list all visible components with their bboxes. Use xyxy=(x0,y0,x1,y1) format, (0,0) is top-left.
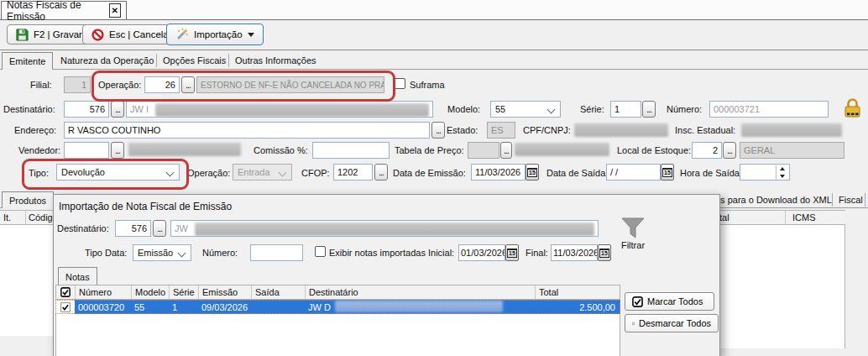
desmarcar-todos-button[interactable]: Desmarcar Todos xyxy=(625,314,719,332)
cell-saida xyxy=(251,300,305,314)
vendedor-lookup-button[interactable]: ... xyxy=(111,142,124,159)
insc-estadual-label: Insc. Estadual: xyxy=(675,125,735,137)
data-emissao-label: Data de Emissão: xyxy=(393,168,466,180)
tab-natureza-da-operacao[interactable]: Natureza da Operação xyxy=(60,55,154,67)
row-checkbox[interactable] xyxy=(55,300,75,314)
column-it: It. xyxy=(3,212,11,224)
dialog-destinatario-label: Destinatário: xyxy=(57,223,109,235)
marcar-todos-label: Marcar Todos xyxy=(647,296,703,306)
produtos-table-body-right xyxy=(718,225,845,348)
calendar-icon[interactable]: 15 xyxy=(661,164,674,181)
privacy-blur xyxy=(155,103,429,117)
lock-icon[interactable] xyxy=(841,97,864,118)
chevron-down-icon xyxy=(166,169,175,177)
exibir-importadas-label: Exibir notas importadas xyxy=(329,248,426,259)
dialog-destinatario-lookup-button[interactable]: ... xyxy=(153,220,166,237)
notas-table-body xyxy=(55,314,620,356)
privacy-blur xyxy=(335,301,503,312)
tab-notas[interactable]: Notas xyxy=(58,267,97,285)
exibir-importadas-checkbox[interactable] xyxy=(315,246,326,257)
col-emissao[interactable]: Emissão xyxy=(199,285,252,299)
hora-saida-field[interactable] xyxy=(740,164,790,181)
col-destinatario[interactable]: Destinatário xyxy=(306,285,536,299)
marcar-todos-button[interactable]: Marcar Todos xyxy=(625,292,714,311)
column-divider xyxy=(785,211,786,225)
filial-label: Filial: xyxy=(30,80,52,92)
window-tab[interactable]: Notas Fiscais de Emissão ✕ xyxy=(1,1,127,19)
col-modelo[interactable]: Modelo xyxy=(132,285,170,299)
endereco-label: Endereço: xyxy=(14,125,56,137)
cfop-field[interactable]: 1202 xyxy=(333,164,373,181)
local-estoque-lookup-button[interactable]: ... xyxy=(723,142,736,159)
checked-checkbox-icon xyxy=(632,296,643,307)
col-serie[interactable]: Série xyxy=(170,285,199,299)
col-numero[interactable]: Número xyxy=(76,285,132,299)
local-estoque-code-field[interactable]: 2 xyxy=(692,142,722,159)
operacao-code-field[interactable]: 26 xyxy=(144,76,180,93)
data-emissao-field[interactable]: 11/03/2026 xyxy=(471,164,526,181)
endereco-lookup-button[interactable]: ... xyxy=(431,122,445,139)
vendedor-code-field[interactable] xyxy=(64,142,109,159)
time-spinner[interactable] xyxy=(776,165,788,180)
final-date-field[interactable]: 11/03/2026 xyxy=(551,244,598,261)
tab-download-xml-partial[interactable]: os para o Download do XML xyxy=(715,195,832,207)
cancel-button-label: Esc | Cancelar xyxy=(109,29,172,39)
operacao-label: Operação: xyxy=(98,80,141,92)
close-icon[interactable]: ✕ xyxy=(109,3,121,18)
import-button[interactable]: Importação xyxy=(166,24,264,45)
tab-fiscal[interactable]: Fiscal xyxy=(839,195,863,207)
inicial-date-field[interactable]: 01/03/2026 xyxy=(458,244,505,261)
comissao-label: Comissão %: xyxy=(254,145,308,157)
data-saida-field[interactable]: / / xyxy=(606,164,661,181)
tabela-preco-lookup-button[interactable]: ... xyxy=(500,142,512,159)
tipo-data-select[interactable]: Emissão xyxy=(133,244,191,261)
tab-emitente-label: Emitente xyxy=(9,56,45,66)
operacao-tipo-select: Entrada xyxy=(233,164,292,181)
vendedor-name-field privacy-blur xyxy=(128,143,241,156)
cell-total: 2.500,00 xyxy=(535,300,619,314)
dialog-destinatario-name-field: JW xyxy=(170,220,599,237)
cell-modelo: 55 xyxy=(131,300,169,314)
app-window: Notas Fiscais de Emissão ✕ F2 | Gravar E… xyxy=(0,0,868,356)
dialog-numero-label: Número: xyxy=(202,248,238,259)
notas-table-row[interactable]: 000003720 55 1 09/03/2026 JW D 2.500,00 xyxy=(55,300,620,314)
data-saida-label: Data de Saída: xyxy=(546,168,608,180)
privacy-blur xyxy=(195,222,594,236)
tab-outras-informacoes[interactable]: Outras Informações xyxy=(235,55,316,67)
cell-serie: 1 xyxy=(169,300,198,314)
tab-produtos[interactable]: Produtos xyxy=(2,191,54,208)
numero-label: Número: xyxy=(667,104,702,116)
import-dialog: Importação de Nota Fiscal de Emissão Des… xyxy=(53,194,720,356)
modelo-select[interactable]: 55 xyxy=(490,101,561,118)
comissao-field[interactable] xyxy=(312,142,390,159)
filtrar-button[interactable]: Filtrar xyxy=(609,217,656,250)
calendar-icon[interactable]: 15 xyxy=(505,244,519,261)
dialog-numero-field[interactable] xyxy=(250,244,303,261)
tab-emitente[interactable]: Emitente xyxy=(2,52,53,70)
destinatario-lookup-button[interactable]: ... xyxy=(111,101,124,118)
calendar-icon[interactable]: 15 xyxy=(526,164,539,181)
destinatario-code-field[interactable]: 576 xyxy=(64,101,109,118)
modelo-label: Modelo: xyxy=(447,104,480,116)
tipo-select[interactable]: Devolução xyxy=(56,164,180,181)
desmarcar-todos-label: Desmarcar Todos xyxy=(639,318,711,328)
col-total[interactable]: Total xyxy=(536,285,620,299)
select-all-header[interactable] xyxy=(56,285,76,299)
chevron-down-icon xyxy=(248,33,254,37)
col-saida[interactable]: Saída xyxy=(252,285,306,299)
tab-opcoes-fiscais[interactable]: Opções Fiscais xyxy=(163,55,226,67)
endereco-field[interactable]: R VASCO COUTINHO xyxy=(64,122,430,139)
save-button[interactable]: F2 | Gravar xyxy=(7,24,92,44)
local-estoque-label: Local de Estoque: xyxy=(617,145,691,157)
cfop-lookup-button[interactable]: ... xyxy=(374,164,388,181)
serie-field[interactable]: 1 xyxy=(610,101,641,118)
dialog-destinatario-code-field[interactable]: 576 xyxy=(115,220,151,237)
tab-separator xyxy=(865,193,865,207)
operacao-lookup-button[interactable]: ... xyxy=(181,76,195,93)
tab-notas-label: Notas xyxy=(65,272,90,282)
hora-saida-label: Hora de Saída: xyxy=(680,168,742,180)
suframa-checkbox[interactable] xyxy=(395,78,405,89)
column-icms: ICMS xyxy=(792,212,816,224)
serie-lookup-button[interactable]: ... xyxy=(642,101,656,118)
cell-numero: 000003720 xyxy=(75,300,131,314)
